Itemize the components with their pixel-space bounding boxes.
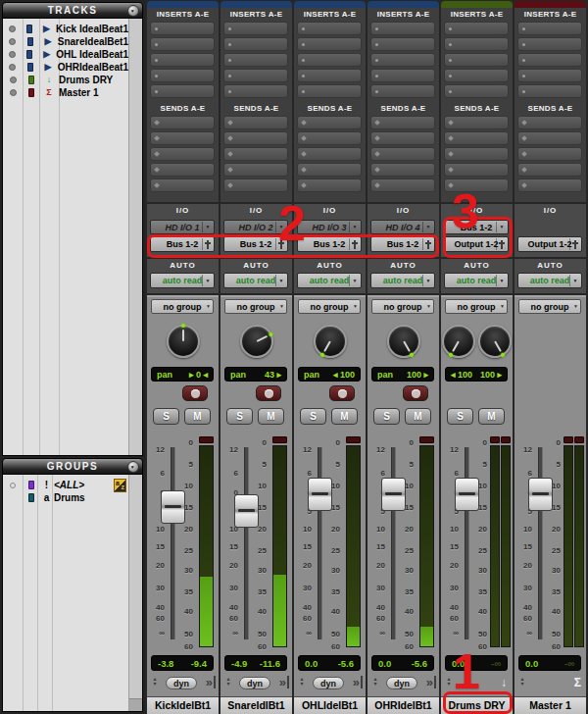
fader-track[interactable]	[392, 447, 395, 639]
send-slot[interactable]	[150, 131, 215, 145]
dyn-button[interactable]: dyn	[313, 677, 344, 689]
insert-slot[interactable]	[223, 37, 288, 51]
group-selector[interactable]: no group ▼	[298, 299, 361, 314]
clip-indicator[interactable]	[419, 436, 434, 443]
dyn-button[interactable]: dyn	[239, 677, 270, 689]
mute-button[interactable]: M	[331, 408, 358, 425]
group-selector[interactable]: no group ▼	[224, 299, 287, 314]
clip-indicator[interactable]	[346, 436, 361, 443]
track-name[interactable]: OHLIdelBt1	[294, 696, 366, 714]
automation-mode-selector[interactable]: auto read ▼	[297, 273, 362, 288]
send-slot[interactable]	[370, 178, 435, 192]
insert-slot[interactable]	[370, 84, 435, 98]
group-selector[interactable]: no group ▼	[445, 299, 508, 314]
track-color-cap[interactable]	[368, 1, 439, 8]
send-slot[interactable]	[297, 178, 362, 192]
volume-peak-display[interactable]: 0.0 -∞	[445, 655, 508, 671]
pan-display[interactable]: pan 43 ▸	[224, 367, 287, 382]
send-slot[interactable]	[517, 147, 582, 161]
send-slot[interactable]	[444, 131, 509, 145]
insert-slot[interactable]	[223, 84, 288, 98]
mute-button[interactable]: M	[405, 408, 431, 425]
output-selector[interactable]: Bus 1-2	[223, 236, 288, 252]
track-name[interactable]: SnareIdlBt1	[220, 696, 292, 714]
track-color-cap[interactable]	[220, 1, 292, 8]
insert-slot[interactable]	[517, 22, 582, 35]
send-slot[interactable]	[370, 116, 435, 129]
mute-button[interactable]: M	[184, 408, 211, 425]
solo-button[interactable]: S	[300, 408, 326, 425]
output-selector[interactable]: Bus 1-2	[370, 236, 435, 252]
pan-display[interactable]: pan ◂ 100	[298, 367, 361, 382]
volume-peak-display[interactable]: 0.0 -5.6	[371, 655, 434, 671]
volume-peak-display[interactable]: 0.0 -5.6	[298, 655, 361, 671]
volume-peak-display[interactable]: -3.8 -9.4	[151, 655, 214, 671]
volume-peak-display[interactable]: 0.0 -∞	[518, 655, 581, 671]
send-slot[interactable]	[150, 163, 215, 177]
nudge-stepper[interactable]: ▴ ▾	[370, 677, 380, 687]
mute-button[interactable]: M	[258, 408, 284, 425]
insert-slot[interactable]	[150, 53, 215, 67]
insert-slot[interactable]	[517, 37, 582, 51]
send-slot[interactable]	[223, 116, 288, 129]
track-color-cap[interactable]	[294, 1, 366, 8]
dyn-button[interactable]: dyn	[166, 677, 197, 689]
send-slot[interactable]	[444, 116, 509, 129]
insert-slot[interactable]	[444, 53, 509, 67]
track-name[interactable]: KickIdelBt1	[147, 696, 219, 714]
send-slot[interactable]	[297, 131, 362, 145]
output-selector[interactable]: Output 1-2	[444, 236, 509, 252]
pan-display[interactable]: ◂ 100 100 ▸	[445, 367, 508, 382]
insert-slot[interactable]	[297, 69, 362, 82]
clip-indicator[interactable]	[501, 436, 511, 443]
insert-slot[interactable]	[370, 37, 435, 51]
insert-slot[interactable]	[517, 53, 582, 67]
insert-slot[interactable]	[370, 69, 435, 82]
send-slot[interactable]	[150, 116, 215, 129]
insert-slot[interactable]	[517, 69, 582, 82]
pan-knob[interactable]	[314, 325, 347, 358]
fader-track[interactable]	[318, 447, 321, 639]
group-selector[interactable]: no group ▼	[518, 299, 581, 314]
track-color-cap[interactable]	[441, 1, 513, 8]
pan-display[interactable]: pan ▸ 0 ◂	[151, 367, 214, 382]
group-selector[interactable]: no group ▼	[151, 299, 214, 314]
record-button[interactable]	[329, 385, 355, 401]
send-slot[interactable]	[223, 131, 288, 145]
fader-track[interactable]	[245, 447, 248, 639]
send-slot[interactable]	[223, 147, 288, 161]
input-monitor-arrow-icon[interactable]: ↓	[501, 676, 507, 689]
send-slot[interactable]	[517, 131, 582, 145]
insert-slot[interactable]	[223, 53, 288, 67]
nudge-stepper[interactable]: ▴ ▾	[444, 677, 454, 687]
input-selector[interactable]: HD I/O 2 ▼	[223, 220, 288, 234]
insert-slot[interactable]	[297, 22, 362, 35]
send-slot[interactable]	[444, 178, 509, 192]
insert-slot[interactable]	[150, 84, 215, 98]
send-slot[interactable]	[150, 147, 215, 161]
track-name[interactable]: Drums DRY	[441, 696, 513, 714]
fader-track[interactable]	[172, 447, 174, 639]
output-selector[interactable]: Output 1-2	[517, 236, 582, 252]
track-color-cap[interactable]	[514, 1, 586, 8]
insert-slot[interactable]	[297, 53, 362, 67]
insert-slot[interactable]	[444, 69, 509, 82]
dyn-button[interactable]: dyn	[386, 677, 417, 689]
send-slot[interactable]	[444, 163, 509, 177]
volume-peak-display[interactable]: -4.9 -11.6	[224, 655, 287, 671]
automation-mode-selector[interactable]: auto read ▼	[444, 273, 509, 288]
input-selector[interactable]: HD I/O 1 ▼	[150, 220, 215, 234]
solo-button[interactable]: S	[226, 408, 253, 425]
nudge-stepper[interactable]: ▴ ▾	[223, 677, 233, 687]
group-selector[interactable]: no group ▼	[371, 299, 434, 314]
automation-mode-selector[interactable]: auto read ▼	[150, 273, 215, 288]
insert-slot[interactable]	[444, 37, 509, 51]
double-arrow-icon[interactable]: »	[353, 676, 363, 688]
send-slot[interactable]	[517, 178, 582, 192]
double-arrow-icon[interactable]: »	[426, 676, 436, 688]
clip-indicator[interactable]	[199, 436, 214, 443]
insert-slot[interactable]	[444, 22, 509, 35]
automation-mode-selector[interactable]: auto read ▼	[517, 273, 582, 288]
insert-slot[interactable]	[150, 22, 215, 35]
output-selector[interactable]: Bus 1-2	[150, 236, 215, 252]
